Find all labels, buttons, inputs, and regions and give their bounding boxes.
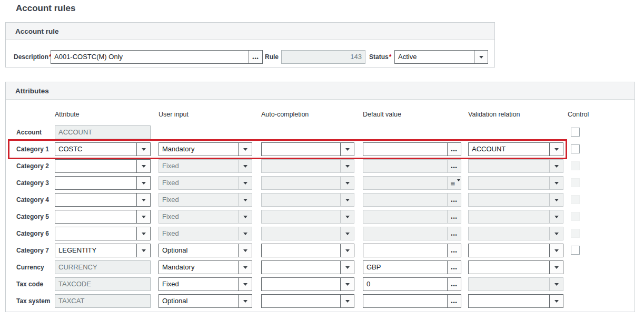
category4-attribute-dropdown[interactable] <box>55 193 151 207</box>
row-label: Currency <box>16 260 54 274</box>
category3-attribute-dropdown[interactable] <box>55 176 151 190</box>
status-dropdown[interactable]: Active <box>394 50 488 64</box>
description-label: Description* <box>14 50 52 64</box>
category1-default-value-field[interactable]: ••• <box>363 142 461 156</box>
default-value <box>363 227 447 240</box>
category7-attribute-dropdown[interactable]: LEGENTITY <box>55 244 151 257</box>
validation-relation-value <box>469 160 549 172</box>
chevron-down-icon[interactable] <box>136 194 150 206</box>
user-input-value: Fixed <box>159 227 238 240</box>
category5-attribute-dropdown[interactable] <box>55 210 151 224</box>
chevron-down-icon[interactable] <box>549 295 563 307</box>
row-label: Account <box>16 125 54 139</box>
account-attribute-field: ACCOUNT <box>55 125 151 139</box>
category7-auto-completion-dropdown[interactable] <box>261 244 354 257</box>
category1-validation-relation-dropdown[interactable]: ACCOUNT <box>468 142 563 156</box>
tax-system-user-input-dropdown[interactable]: Optional <box>158 294 252 308</box>
chevron-down-icon[interactable] <box>340 143 354 156</box>
category2-attribute-dropdown[interactable] <box>55 159 151 173</box>
ellipsis-icon[interactable]: ••• <box>249 51 262 63</box>
user-input-value: Fixed <box>159 177 238 189</box>
chevron-down-icon <box>238 160 252 172</box>
control-checkbox <box>571 178 580 187</box>
ellipsis-icon[interactable]: ••• <box>447 143 461 156</box>
control-checkbox[interactable] <box>571 144 580 153</box>
chevron-down-icon[interactable] <box>136 244 150 257</box>
chevron-down-icon[interactable] <box>474 51 488 63</box>
tax-code-user-input-dropdown[interactable]: Fixed <box>158 277 252 291</box>
default-value <box>363 194 447 206</box>
row-label: Category 1 <box>16 142 54 156</box>
category1-attribute-dropdown[interactable]: COSTC <box>55 142 151 156</box>
auto-completion-value <box>262 261 340 274</box>
column-header-auto-completion: Auto-completion <box>261 111 309 118</box>
user-input-value: Fixed <box>159 210 238 223</box>
description-field[interactable]: A001-COSTC(M) Only ••• <box>51 50 263 64</box>
chevron-down-icon[interactable] <box>136 177 150 189</box>
user-input-value: Mandatory <box>159 261 238 274</box>
currency-default-value-field[interactable]: GBP ••• <box>363 260 461 274</box>
category4-default-value-field: ••• <box>363 193 461 207</box>
tax-code-default-value-field[interactable]: 0 ••• <box>363 277 461 291</box>
tax-system-attribute-field: TAXCAT <box>55 294 151 308</box>
ellipsis-icon[interactable]: ••• <box>447 244 461 257</box>
tax-system-auto-completion-dropdown[interactable] <box>261 294 354 308</box>
control-checkbox[interactable] <box>571 128 580 137</box>
currency-auto-completion-dropdown[interactable] <box>261 260 354 274</box>
row-label: Tax code <box>16 277 54 291</box>
chevron-down-icon[interactable] <box>340 295 354 307</box>
ellipsis-icon[interactable]: ••• <box>447 261 461 274</box>
chevron-down-icon <box>549 177 563 189</box>
chevron-down-icon <box>238 210 252 223</box>
row-category-6: Category 6 Fixed ••• <box>6 227 635 240</box>
row-label: Category 5 <box>16 210 54 224</box>
chevron-down-icon[interactable] <box>238 295 252 307</box>
chevron-down-icon[interactable] <box>238 143 252 156</box>
control-checkbox <box>571 229 580 238</box>
chevron-down-icon[interactable] <box>340 278 354 291</box>
category2-auto-completion-dropdown <box>261 159 354 173</box>
chevron-down-icon[interactable] <box>549 244 563 257</box>
ellipsis-icon[interactable]: ••• <box>447 278 461 291</box>
chevron-down-icon[interactable] <box>340 244 354 257</box>
ellipsis-icon: ••• <box>447 210 461 223</box>
ellipsis-icon[interactable]: ••• <box>447 295 461 307</box>
column-header-default-value: Default value <box>363 111 401 118</box>
chevron-down-icon[interactable] <box>340 261 354 274</box>
tax-code-auto-completion-dropdown[interactable] <box>261 277 354 291</box>
ellipsis-icon: ••• <box>447 227 461 240</box>
category6-attribute-dropdown[interactable] <box>55 227 151 240</box>
attributes-panel: Attributes Attribute User input Auto-com… <box>5 82 635 312</box>
category1-user-input-dropdown[interactable]: Mandatory <box>158 142 252 156</box>
row-category-3: Category 3 Fixed ≡ <box>6 176 635 190</box>
chevron-down-icon[interactable] <box>136 160 150 172</box>
default-value <box>363 160 447 172</box>
attributes-section-header: Attributes <box>6 82 635 100</box>
category7-validation-relation-dropdown[interactable] <box>468 244 563 257</box>
chevron-down-icon[interactable] <box>238 244 252 257</box>
chevron-down-icon[interactable] <box>549 143 563 156</box>
validation-relation-value: ACCOUNT <box>469 143 549 156</box>
tax-system-validation-relation-dropdown[interactable] <box>468 294 563 308</box>
tax-system-default-value-field[interactable]: ••• <box>363 294 461 308</box>
chevron-down-icon[interactable] <box>238 278 252 291</box>
account-rule-section-header: Account rule <box>6 23 494 40</box>
chevron-down-icon[interactable] <box>238 261 252 274</box>
chevron-down-icon[interactable] <box>136 227 150 240</box>
currency-validation-relation-dropdown[interactable] <box>468 260 563 274</box>
control-checkbox <box>571 212 580 221</box>
control-checkbox[interactable] <box>571 246 580 255</box>
category3-validation-relation-dropdown <box>468 176 563 190</box>
chevron-down-icon[interactable] <box>549 261 563 274</box>
category3-user-input-dropdown: Fixed <box>158 176 252 190</box>
category1-auto-completion-dropdown[interactable] <box>261 142 354 156</box>
row-label: Category 6 <box>16 227 54 240</box>
category7-default-value-field[interactable]: ••• <box>363 244 461 257</box>
category7-user-input-dropdown[interactable]: Optional <box>158 244 252 257</box>
validation-relation-value <box>469 177 549 189</box>
currency-user-input-dropdown[interactable]: Mandatory <box>158 260 252 274</box>
attribute-value <box>55 210 136 223</box>
auto-completion-value <box>262 244 340 257</box>
chevron-down-icon[interactable] <box>136 210 150 223</box>
chevron-down-icon[interactable] <box>136 143 150 156</box>
